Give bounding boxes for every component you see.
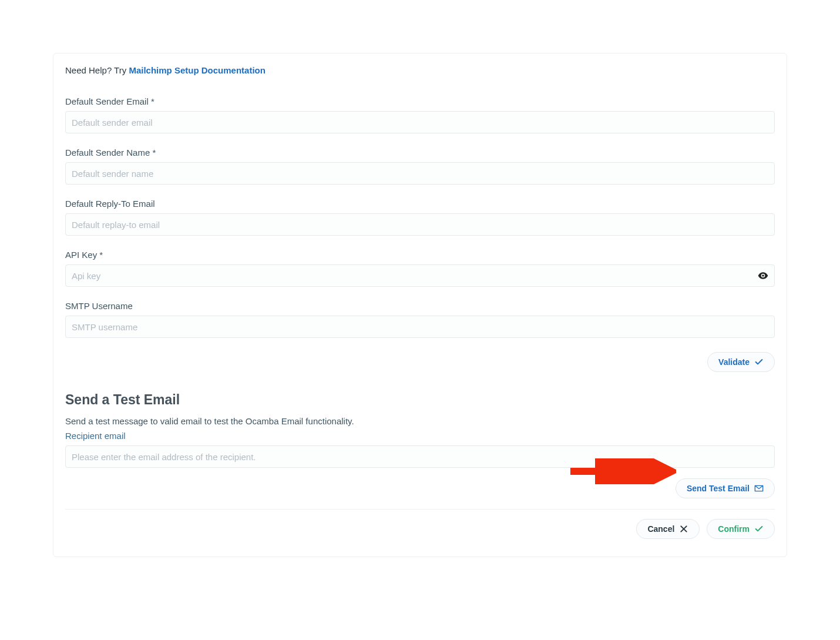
recipient-label: Recipient email (65, 431, 775, 441)
send-test-email-label: Send Test Email (687, 484, 750, 493)
test-email-title: Send a Test Email (65, 392, 775, 408)
close-icon (679, 524, 688, 534)
label-api-key: API Key * (65, 250, 775, 260)
send-test-row: Send Test Email (65, 478, 775, 498)
check-icon (754, 357, 764, 367)
validate-row: Validate (65, 352, 775, 372)
field-reply-to: Default Reply-To Email (65, 199, 775, 236)
field-smtp-username: SMTP Username (65, 301, 775, 338)
input-sender-email[interactable] (65, 111, 775, 133)
confirm-button[interactable]: Confirm (707, 519, 775, 539)
label-sender-email: Default Sender Email * (65, 96, 775, 106)
cancel-button[interactable]: Cancel (636, 519, 700, 539)
cancel-button-label: Cancel (647, 524, 674, 534)
field-sender-email: Default Sender Email * (65, 96, 775, 133)
help-prefix: Need Help? Try (65, 65, 129, 75)
input-reply-to[interactable] (65, 213, 775, 236)
label-reply-to: Default Reply-To Email (65, 199, 775, 209)
help-line: Need Help? Try Mailchimp Setup Documenta… (65, 65, 775, 75)
check-icon (754, 524, 764, 534)
confirm-button-label: Confirm (718, 524, 750, 534)
send-test-email-button[interactable]: Send Test Email (676, 478, 775, 498)
input-smtp-username[interactable] (65, 316, 775, 338)
field-api-key: API Key * (65, 250, 775, 287)
label-sender-name: Default Sender Name * (65, 148, 775, 158)
validate-button-label: Validate (718, 357, 750, 367)
envelope-icon (754, 484, 764, 493)
settings-panel: Need Help? Try Mailchimp Setup Documenta… (53, 53, 787, 557)
input-sender-name[interactable] (65, 162, 775, 185)
field-sender-name: Default Sender Name * (65, 148, 775, 185)
test-email-desc: Send a test message to valid email to te… (65, 416, 775, 426)
help-documentation-link[interactable]: Mailchimp Setup Documentation (129, 65, 266, 75)
input-api-key[interactable] (65, 264, 775, 287)
eye-icon[interactable] (757, 270, 769, 282)
validate-button[interactable]: Validate (707, 352, 775, 372)
footer-actions: Cancel Confirm (65, 509, 775, 545)
label-smtp-username: SMTP Username (65, 301, 775, 311)
input-recipient-email[interactable] (65, 445, 775, 468)
